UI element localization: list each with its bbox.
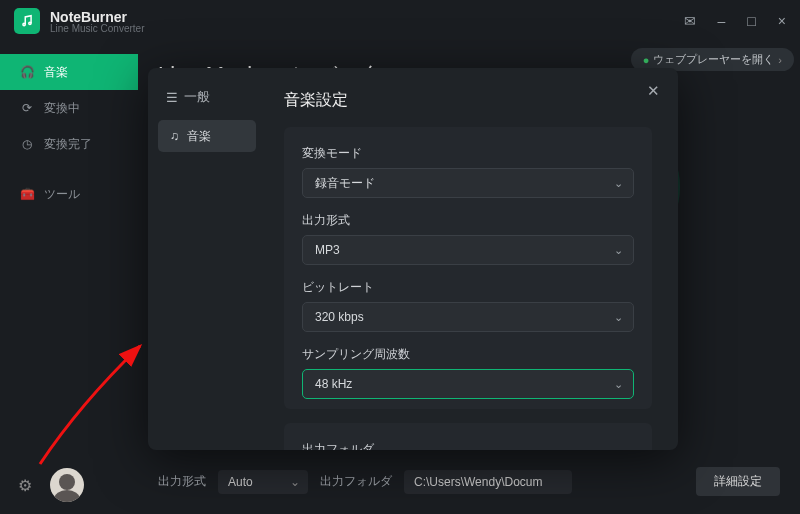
folder-path-display[interactable]: C:\Users\Wendy\Docum [404, 470, 572, 494]
detail-settings-button[interactable]: 詳細設定 [696, 467, 780, 496]
mode-select[interactable]: 録音モード ⌄ [302, 168, 634, 198]
gear-icon[interactable]: ⚙ [18, 476, 32, 495]
modal-content: ✕ 音楽設定 変換モード 録音モード ⌄ 出力形式 MP3 ⌄ ビットレート 3… [266, 68, 678, 450]
samplerate-select[interactable]: 48 kHz ⌄ [302, 369, 634, 399]
chevron-down-icon: ⌄ [614, 244, 623, 257]
app-title-block: NoteBurner Line Music Converter [40, 9, 144, 34]
app-subtitle: Line Music Converter [50, 23, 144, 34]
chevron-down-icon: ⌄ [614, 378, 623, 391]
output-format-value: MP3 [315, 243, 340, 257]
conversion-settings-card: 変換モード 録音モード ⌄ 出力形式 MP3 ⌄ ビットレート 320 kbps… [284, 127, 652, 409]
format-label: 出力形式 [158, 473, 206, 490]
sidebar-footer: ⚙ [0, 468, 138, 502]
sidebar-item-converting[interactable]: ⟳ 変換中 [0, 90, 138, 126]
sidebar-item-tools[interactable]: 🧰 ツール [0, 176, 138, 212]
bottom-bar: 出力形式 Auto ⌄ 出力フォルダ C:\Users\Wendy\Docum … [158, 467, 780, 496]
chevron-down-icon: ⌄ [290, 475, 300, 489]
bitrate-label: ビットレート [302, 279, 634, 296]
app-logo [14, 8, 40, 34]
output-folder-card: 出力フォルダ C:\Users\Wendy\Documents\NoteBurn… [284, 423, 652, 450]
close-button[interactable]: × [778, 13, 786, 29]
folder-path-value: C:\Users\Wendy\Docum [414, 475, 542, 489]
maximize-button[interactable]: □ [747, 13, 755, 29]
modal-tab-music[interactable]: ♫ 音楽 [158, 120, 256, 152]
detail-settings-label: 詳細設定 [714, 474, 762, 488]
bitrate-value: 320 kbps [315, 310, 364, 324]
format-select[interactable]: Auto ⌄ [218, 470, 308, 494]
bitrate-select[interactable]: 320 kbps ⌄ [302, 302, 634, 332]
settings-modal: ☰ 一般 ♫ 音楽 ✕ 音楽設定 変換モード 録音モード ⌄ 出力形式 MP3 … [148, 68, 678, 450]
samplerate-value: 48 kHz [315, 377, 352, 391]
line-icon: ● [643, 54, 650, 66]
chevron-right-icon: › [778, 54, 782, 66]
sidebar-item-label: 変換中 [44, 100, 80, 117]
modal-section-label: 一般 [184, 88, 210, 106]
svg-point-0 [23, 23, 25, 25]
chevron-down-icon: ⌄ [614, 177, 623, 190]
sidebar-item-label: 音楽 [44, 64, 68, 81]
music-note-icon: ♫ [170, 129, 179, 143]
webplayer-label: ウェブプレーヤーを開く [653, 52, 774, 67]
close-icon[interactable]: ✕ [647, 82, 660, 100]
output-format-select[interactable]: MP3 ⌄ [302, 235, 634, 265]
sidebar-item-music[interactable]: 🎧 音楽 [0, 54, 138, 90]
svg-point-1 [29, 22, 31, 24]
modal-section-header: ☰ 一般 [158, 88, 256, 106]
modal-title: 音楽設定 [284, 90, 652, 111]
window-controls: ✉ – □ × [684, 13, 786, 29]
avatar[interactable] [50, 468, 84, 502]
sidebar: 🎧 音楽 ⟳ 変換中 ◷ 変換完了 🧰 ツール ⚙ [0, 42, 138, 514]
clock-icon: ◷ [20, 137, 34, 151]
sidebar-item-label: 変換完了 [44, 136, 92, 153]
modal-tab-label: 音楽 [187, 128, 211, 145]
folder-label: 出力フォルダ [320, 473, 392, 490]
sidebar-item-completed[interactable]: ◷ 変換完了 [0, 126, 138, 162]
folder-field-label: 出力フォルダ [302, 441, 634, 450]
sliders-icon: ☰ [166, 90, 178, 105]
feedback-icon[interactable]: ✉ [684, 13, 696, 29]
modal-sidebar: ☰ 一般 ♫ 音楽 [148, 68, 266, 450]
samplerate-label: サンプリング周波数 [302, 346, 634, 363]
minimize-button[interactable]: – [718, 13, 726, 29]
sidebar-item-label: ツール [44, 186, 80, 203]
headphones-icon: 🎧 [20, 65, 34, 79]
mode-label: 変換モード [302, 145, 634, 162]
titlebar: NoteBurner Line Music Converter ✉ – □ × [0, 0, 800, 42]
format-field-label: 出力形式 [302, 212, 634, 229]
toolbox-icon: 🧰 [20, 187, 34, 201]
chevron-down-icon: ⌄ [614, 311, 623, 324]
refresh-icon: ⟳ [20, 101, 34, 115]
format-value: Auto [228, 475, 253, 489]
mode-value: 録音モード [315, 175, 375, 192]
